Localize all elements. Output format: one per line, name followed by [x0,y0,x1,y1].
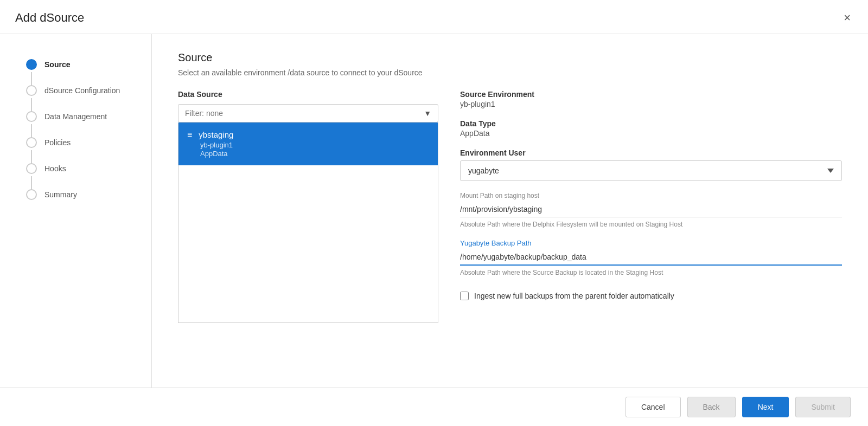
source-list: ≡ ybstaging yb-plugin1 AppData [178,122,438,323]
step-label-policies: Policies [44,138,71,147]
mount-path-group: Mount Path on staging host Absolute Path… [460,192,842,228]
step-dot-dsource-config [26,85,37,96]
backup-path-input[interactable] [460,249,842,266]
dialog-title: Add dSource [15,11,84,25]
sidebar-step-dsource-config[interactable]: dSource Configuration [26,78,151,104]
data-source-panel: Data Source ▼ ≡ ybstaging yb-plugin1 App… [178,90,438,323]
step-label-hooks: Hooks [44,164,66,173]
data-type-value: AppData [460,129,842,138]
env-user-label: Environment User [460,149,842,157]
cancel-button[interactable]: Cancel [626,397,681,417]
step-label-source: Source [44,60,70,69]
sidebar-step-summary[interactable]: Summary [26,182,151,208]
next-button[interactable]: Next [742,397,789,417]
submit-button: Submit [795,397,851,417]
backup-path-hint: Absolute Path where the Source Backup is… [460,269,842,276]
auto-ingest-checkbox[interactable] [460,292,469,300]
step-dot-hooks [26,163,37,174]
backup-path-label: Yugabyte Backup Path [460,239,842,247]
dialog-body: SourcedSource ConfigurationData Manageme… [0,34,868,388]
step-dot-data-management [26,111,37,122]
step-dot-summary [26,189,37,200]
backup-path-group: Yugabyte Backup Path Absolute Path where… [460,239,842,276]
main-content: Source Select an available environment /… [152,34,868,388]
env-user-select[interactable]: yugabyte [460,160,842,181]
add-dsource-dialog: Add dSource × SourcedSource Configuratio… [0,0,868,426]
filter-input[interactable] [185,109,424,118]
source-item-type: AppData [200,150,429,158]
right-panel: Source Environment yb-plugin1 Data Type … [460,90,842,300]
mount-path-input[interactable] [460,202,842,217]
sidebar-step-source[interactable]: Source [26,51,151,78]
sidebar: SourcedSource ConfigurationData Manageme… [0,34,152,388]
data-type-label: Data Type [460,119,842,128]
dialog-footer: Cancel Back Next Submit [0,388,868,426]
section-desc: Select an available environment /data so… [178,68,842,77]
content-grid: Data Source ▼ ≡ ybstaging yb-plugin1 App… [178,90,842,323]
dialog-header: Add dSource × [0,0,868,34]
source-env-group: Source Environment yb-plugin1 [460,90,842,108]
source-list-item[interactable]: ≡ ybstaging yb-plugin1 AppData [178,122,438,165]
auto-ingest-row: Ingest new full backups from the parent … [460,292,842,300]
mount-path-hint: Absolute Path where the Delphix Filesyst… [460,221,842,228]
sidebar-step-data-management[interactable]: Data Management [26,104,151,130]
sidebar-step-policies[interactable]: Policies [26,130,151,156]
sidebar-step-hooks[interactable]: Hooks [26,156,151,182]
source-env-label: Source Environment [460,90,842,99]
filter-icon: ▼ [424,109,431,118]
step-label-dsource-config: dSource Configuration [44,86,120,95]
step-dot-policies [26,137,37,148]
mount-path-label: Mount Path on staging host [460,192,842,199]
source-item-icon: ≡ [187,130,192,140]
source-env-value: yb-plugin1 [460,100,842,108]
section-title: Source [178,51,842,64]
back-button: Back [687,397,736,417]
step-label-summary: Summary [44,190,77,199]
step-dot-source [26,59,37,70]
auto-ingest-label: Ingest new full backups from the parent … [474,292,674,300]
step-label-data-management: Data Management [44,112,107,121]
env-user-section: Environment User yugabyte [460,149,842,181]
source-item-sub: yb-plugin1 [200,141,429,149]
data-type-group: Data Type AppData [460,119,842,138]
close-button[interactable]: × [841,10,853,26]
data-source-label: Data Source [178,90,438,99]
filter-box: ▼ [178,104,438,122]
source-item-name: ybstaging [199,130,233,139]
